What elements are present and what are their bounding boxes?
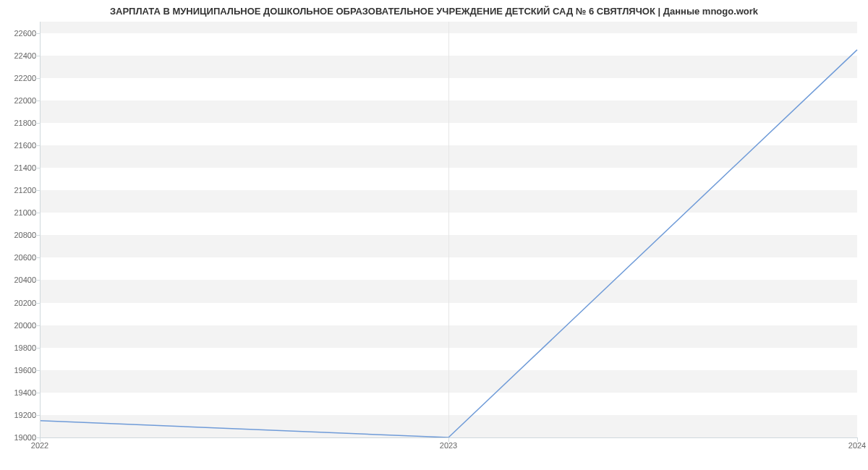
x-tick-mark — [857, 437, 858, 442]
y-tick-mark — [35, 325, 40, 326]
y-tick-label: 20800 — [4, 231, 36, 239]
line-layer — [40, 22, 857, 437]
y-tick-label: 22400 — [4, 51, 36, 60]
y-tick-mark — [35, 78, 40, 79]
y-tick-mark — [35, 303, 40, 304]
x-tick-label: 2022 — [31, 441, 48, 450]
y-tick-label: 20200 — [4, 299, 36, 307]
x-tick-label: 2023 — [440, 441, 457, 450]
plot-area — [40, 22, 857, 437]
y-tick-mark — [35, 280, 40, 281]
y-tick-mark — [35, 190, 40, 191]
y-tick-mark — [35, 415, 40, 416]
y-tick-mark — [35, 235, 40, 236]
salary-line-chart: ЗАРПЛАТА В МУНИЦИПАЛЬНОЕ ДОШКОЛЬНОЕ ОБРА… — [0, 0, 868, 470]
y-tick-label: 22600 — [4, 29, 36, 38]
y-tick-mark — [35, 145, 40, 146]
y-tick-mark — [35, 123, 40, 124]
y-tick-mark — [35, 213, 40, 213]
y-tick-mark — [35, 101, 40, 101]
y-tick-mark — [35, 33, 40, 34]
x-tick-mark — [40, 437, 41, 442]
y-tick-label: 20600 — [4, 253, 36, 262]
x-tick-label: 2024 — [848, 441, 866, 450]
y-tick-label: 21800 — [4, 119, 36, 127]
y-tick-label: 21200 — [4, 186, 36, 195]
y-tick-label: 20400 — [4, 275, 36, 284]
y-tick-mark — [35, 257, 40, 258]
y-tick-label: 20000 — [4, 321, 36, 330]
y-tick-label: 22200 — [4, 74, 36, 82]
y-tick-label: 19400 — [4, 388, 36, 397]
chart-title: ЗАРПЛАТА В МУНИЦИПАЛЬНОЕ ДОШКОЛЬНОЕ ОБРА… — [0, 6, 868, 17]
y-tick-label: 21600 — [4, 141, 36, 150]
y-tick-label: 19200 — [4, 411, 36, 419]
series-line — [40, 50, 857, 437]
y-tick-mark — [35, 370, 40, 371]
y-tick-label: 19800 — [4, 343, 36, 352]
y-tick-mark — [35, 393, 40, 393]
y-tick-mark — [35, 168, 40, 168]
y-tick-label: 21000 — [4, 208, 36, 217]
y-tick-label: 21400 — [4, 163, 36, 172]
x-tick-mark — [448, 437, 449, 442]
y-tick-mark — [35, 348, 40, 349]
y-tick-mark — [35, 56, 40, 56]
y-tick-label: 19600 — [4, 366, 36, 375]
y-axis — [40, 22, 41, 437]
y-tick-label: 22000 — [4, 96, 36, 105]
